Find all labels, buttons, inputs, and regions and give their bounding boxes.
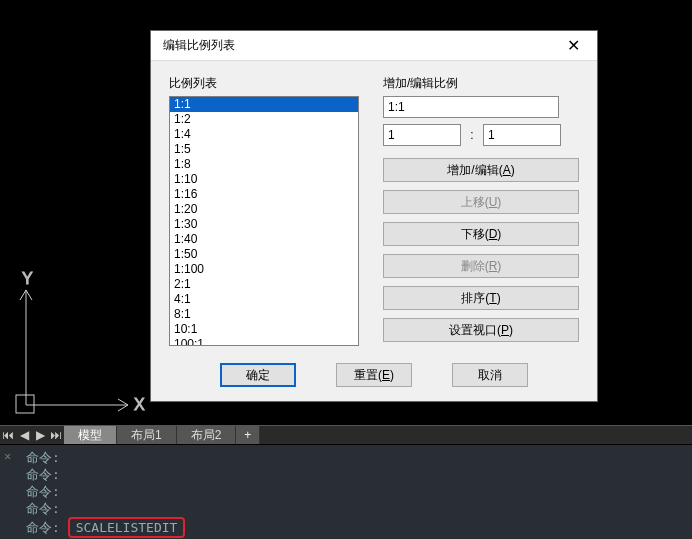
cancel-button[interactable]: 取消 — [452, 363, 528, 387]
scale-list-item[interactable]: 4:1 — [170, 292, 358, 307]
axis-y-label: Y — [22, 270, 33, 287]
close-icon[interactable]: ✕ — [557, 31, 589, 61]
move-up-button[interactable]: 上移(U) — [383, 190, 579, 214]
command-line: 命令: — [26, 500, 686, 517]
command-highlight: SCALELISTEDIT — [68, 517, 186, 538]
scale-list-item[interactable]: 10:1 — [170, 322, 358, 337]
command-line: 命令: SCALELISTEDIT — [26, 517, 686, 538]
layout-tabs-bar: ⏮ ◀ ▶ ⏭ 模型 布局1 布局2 + — [0, 425, 692, 445]
command-close-icon[interactable]: ✕ — [4, 449, 11, 463]
tab-add-button[interactable]: + — [236, 426, 260, 444]
sort-button[interactable]: 排序(T) — [383, 286, 579, 310]
ok-button[interactable]: 确定 — [220, 363, 296, 387]
scale-list-item[interactable]: 1:1 — [170, 97, 358, 112]
ratio-right-input[interactable] — [483, 124, 561, 146]
ratio-separator: : — [467, 128, 477, 142]
scale-list-item[interactable]: 1:2 — [170, 112, 358, 127]
scale-list-item[interactable]: 1:8 — [170, 157, 358, 172]
svg-rect-2 — [16, 395, 34, 413]
add-edit-button[interactable]: 增加/编辑(A) — [383, 158, 579, 182]
tab-first-icon[interactable]: ⏮ — [0, 425, 16, 445]
scale-name-input[interactable] — [383, 96, 559, 118]
scale-list-item[interactable]: 1:40 — [170, 232, 358, 247]
command-panel[interactable]: ✕ 命令: 命令: 命令: 命令: 命令: SCALELISTEDIT — [0, 445, 692, 539]
scale-list-item[interactable]: 1:100 — [170, 262, 358, 277]
command-line: 命令: — [26, 449, 686, 466]
command-line: 命令: — [26, 483, 686, 500]
viewport-button[interactable]: 设置视口(P) — [383, 318, 579, 342]
dialog-title: 编辑比例列表 — [163, 37, 235, 54]
scale-list-label: 比例列表 — [169, 75, 359, 92]
command-line: 命令: — [26, 466, 686, 483]
tab-layout2[interactable]: 布局2 — [177, 426, 237, 444]
tab-last-icon[interactable]: ⏭ — [48, 425, 64, 445]
ratio-left-input[interactable] — [383, 124, 461, 146]
reset-button[interactable]: 重置(E) — [336, 363, 412, 387]
dialog-titlebar[interactable]: 编辑比例列表 ✕ — [151, 31, 597, 61]
edit-scale-list-dialog: 编辑比例列表 ✕ 比例列表 1:11:21:41:51:81:101:161:2… — [150, 30, 598, 402]
scale-list-item[interactable]: 1:50 — [170, 247, 358, 262]
scale-list-item[interactable]: 1:4 — [170, 127, 358, 142]
scale-list-item[interactable]: 8:1 — [170, 307, 358, 322]
scale-list-item[interactable]: 1:10 — [170, 172, 358, 187]
axis-x-label: X — [134, 396, 145, 413]
tab-prev-icon[interactable]: ◀ — [16, 425, 32, 445]
scale-list-item[interactable]: 1:20 — [170, 202, 358, 217]
scale-list-item[interactable]: 1:30 — [170, 217, 358, 232]
tab-layout1[interactable]: 布局1 — [117, 426, 177, 444]
scale-list-item[interactable]: 1:5 — [170, 142, 358, 157]
move-down-button[interactable]: 下移(D) — [383, 222, 579, 246]
delete-button[interactable]: 删除(R) — [383, 254, 579, 278]
scale-listbox[interactable]: 1:11:21:41:51:81:101:161:201:301:401:501… — [169, 96, 359, 346]
scale-list-item[interactable]: 100:1 — [170, 337, 358, 346]
tab-next-icon[interactable]: ▶ — [32, 425, 48, 445]
edit-scale-label: 增加/编辑比例 — [383, 75, 579, 92]
tab-model[interactable]: 模型 — [64, 426, 117, 444]
scale-list-item[interactable]: 2:1 — [170, 277, 358, 292]
tab-nav-controls: ⏮ ◀ ▶ ⏭ — [0, 426, 64, 444]
scale-list-item[interactable]: 1:16 — [170, 187, 358, 202]
command-history: 命令: 命令: 命令: 命令: 命令: SCALELISTEDIT — [26, 449, 686, 538]
